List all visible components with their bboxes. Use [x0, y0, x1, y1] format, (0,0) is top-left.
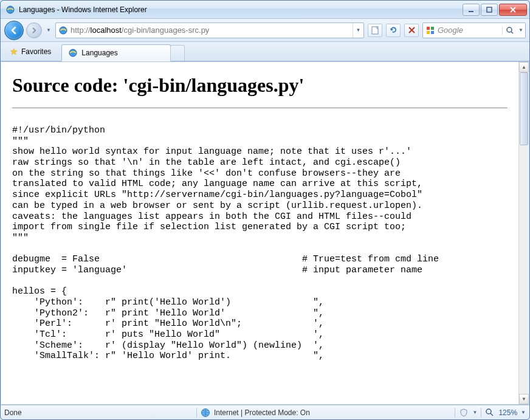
search-dropdown[interactable]: ▼: [517, 27, 525, 33]
globe-icon: [201, 408, 210, 418]
refresh-icon: [390, 26, 398, 34]
page-heading: Source code: 'cgi-bin/languages.py': [12, 74, 508, 97]
tab-title: Languages: [81, 49, 117, 57]
svg-rect-8: [431, 31, 434, 34]
zoom-icon[interactable]: [485, 408, 495, 418]
content-frame: Source code: 'cgi-bin/languages.py' #!/u…: [1, 61, 529, 405]
url-scheme: http://: [71, 26, 91, 35]
address-bar-text[interactable]: http://localhost/cgi-bin/languages-src.p…: [71, 26, 353, 35]
url-host: localhost: [91, 26, 122, 35]
forward-button[interactable]: [26, 22, 42, 38]
ie-icon: [58, 26, 68, 35]
svg-rect-2: [487, 7, 492, 12]
minimize-button[interactable]: [463, 4, 480, 16]
window-controls: [463, 4, 527, 16]
maximize-icon: [486, 7, 492, 13]
magnifier-icon: [506, 26, 514, 35]
recent-pages-dropdown[interactable]: ▼: [44, 22, 53, 38]
scroll-up-button[interactable]: ▲: [519, 62, 529, 72]
tab-active[interactable]: Languages: [61, 44, 171, 61]
search-button[interactable]: [502, 26, 517, 35]
svg-rect-5: [427, 27, 430, 30]
svg-rect-6: [431, 27, 434, 30]
security-zone[interactable]: Internet | Protected Mode: On: [201, 408, 451, 418]
stop-icon: [408, 27, 415, 33]
tab-bar: ★ Favorites Languages: [1, 42, 529, 61]
status-bar: Done Internet | Protected Mode: On ▼ 125…: [1, 405, 529, 419]
url-path: /cgi-bin/languages-src.py: [122, 26, 210, 35]
zone-text: Internet | Protected Mode: On: [214, 408, 310, 417]
chevron-down-icon: ▼: [518, 27, 523, 33]
status-separator: [455, 408, 455, 418]
compatibility-button[interactable]: [368, 24, 382, 37]
page-icon: [371, 26, 379, 35]
arrow-left-icon: [9, 26, 19, 35]
chevron-down-icon[interactable]: ▼: [521, 410, 526, 415]
vertical-scrollbar[interactable]: ▲ ▼: [518, 62, 529, 404]
chevron-down-icon: ▼: [46, 27, 51, 33]
shield-icon[interactable]: [459, 408, 469, 418]
status-separator: [196, 408, 197, 418]
close-button[interactable]: [499, 4, 527, 16]
status-text: Done: [4, 408, 193, 417]
favorites-label: Favorites: [21, 47, 51, 56]
arrow-right-icon: [30, 27, 38, 34]
new-tab-button[interactable]: [170, 45, 185, 61]
ie-icon: [68, 48, 78, 58]
source-code: #!/usr/bin/python """ show hello world s…: [12, 125, 508, 362]
page-body: Source code: 'cgi-bin/languages.py' #!/u…: [1, 62, 518, 404]
navigation-bar: ▼ http://localhost/cgi-bin/languages-src…: [1, 19, 529, 42]
search-box[interactable]: Google ▼: [422, 22, 526, 38]
stop-button[interactable]: [404, 24, 419, 37]
address-bar[interactable]: http://localhost/cgi-bin/languages-src.p…: [55, 22, 364, 38]
scroll-thumb[interactable]: [520, 72, 528, 145]
refresh-button[interactable]: [386, 24, 401, 37]
chevron-down-icon: ▼: [356, 27, 361, 33]
favorites-button[interactable]: ★ Favorites: [3, 44, 58, 60]
ie-icon: [5, 5, 15, 15]
chevron-down-icon: ▼: [521, 396, 526, 402]
address-dropdown[interactable]: ▼: [353, 23, 363, 38]
svg-rect-7: [427, 31, 430, 34]
window-title: Languages - Windows Internet Explorer: [19, 5, 463, 14]
svg-rect-1: [469, 11, 473, 12]
google-icon: [425, 26, 435, 35]
chevron-down-icon[interactable]: ▼: [472, 410, 477, 415]
search-placeholder: Google: [438, 26, 502, 35]
svg-point-12: [486, 409, 491, 414]
minimize-icon: [468, 7, 474, 13]
chevron-up-icon: ▲: [521, 64, 526, 70]
zoom-level[interactable]: 125%: [498, 408, 517, 417]
maximize-button[interactable]: [481, 4, 498, 16]
title-bar: Languages - Windows Internet Explorer: [1, 1, 529, 19]
divider: [12, 108, 508, 108]
close-icon: [510, 7, 516, 13]
svg-point-9: [507, 27, 512, 32]
scroll-track[interactable]: [519, 72, 529, 394]
star-icon: ★: [10, 46, 18, 57]
status-separator: [481, 408, 481, 418]
back-button[interactable]: [4, 21, 24, 40]
scroll-down-button[interactable]: ▼: [519, 394, 529, 404]
